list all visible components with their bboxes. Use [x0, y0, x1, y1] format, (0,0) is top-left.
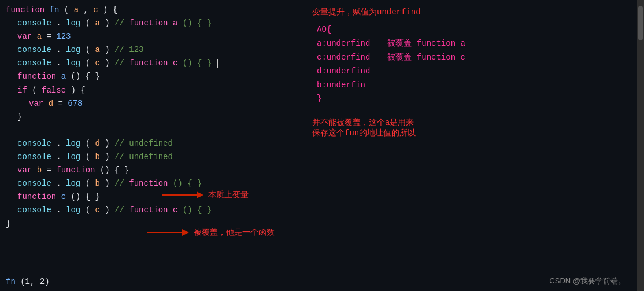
watermark: CSDN @我要学前端。 [549, 276, 626, 286]
arrow-2-head [182, 229, 189, 236]
arrow-2-label: 被覆盖，他是一个函数 [194, 227, 275, 238]
code-line-14: console . log ( b ) // function () { } [6, 177, 301, 190]
ao-line-b: b:underfin [317, 79, 630, 93]
ao-line-d: d:underfind [317, 65, 630, 79]
annotation-middle-line1: 并不能被覆盖，这个a是用来 [312, 117, 630, 128]
bottom-code-text: fn (1, 2) [6, 277, 50, 286]
arrow-1-head [197, 191, 203, 198]
code-line-8: var d = 678 [6, 97, 301, 110]
annotation-top: 变量提升，赋值为underfind [312, 6, 630, 19]
scrollbar[interactable] [637, 0, 644, 291]
code-line-7: if ( false ) { [6, 84, 301, 97]
code-line-12: console . log ( b ) // undefined [6, 150, 301, 164]
code-line-5: console . log ( c ) // function c () { } [6, 57, 301, 70]
code-line-10 [6, 124, 301, 137]
ao-header: AO{ [317, 23, 630, 37]
annotation-middle-line2: 保存这个fun的地址值的所以 [312, 128, 630, 138]
code-panel: function fn ( a , c ) { console . log ( … [0, 0, 306, 291]
text-cursor [217, 59, 218, 68]
code-line-11: console . log ( d ) // undefined [6, 137, 301, 150]
ao-line-close: } [317, 92, 630, 106]
arrow-1: 本质上变量 [162, 190, 335, 200]
annotation-panel: 变量提升，赋值为underfind AO{ a:underfind 被覆盖 fu… [306, 0, 636, 291]
scrollbar-thumb[interactable] [638, 6, 643, 40]
code-line-2: console . log ( a ) // function a () { } [6, 17, 301, 30]
arrow-2-line [147, 232, 182, 233]
code-line-1: function fn ( a , c ) { [6, 3, 301, 17]
code-editor: function fn ( a , c ) { console . log ( … [0, 0, 637, 291]
keyword-function: function [6, 5, 45, 14]
arrow-2: 被覆盖，他是一个函数 [147, 227, 332, 238]
annotation-middle: 并不能被覆盖，这个a是用来 保存这个fun的地址值的所以 [312, 117, 630, 138]
bottom-bar: fn (1, 2) CSDN @我要学前端。 [0, 272, 637, 291]
arrow-1-line [162, 194, 197, 196]
code-line-9: } [6, 110, 301, 124]
code-line-3: var a = 123 [6, 30, 301, 43]
code-line-16: console . log ( c ) // function c () { } [6, 204, 301, 217]
arrow-1-label: 本质上变量 [208, 190, 249, 200]
code-line-6: function a () { } [6, 70, 301, 83]
ao-block: AO{ a:underfind 被覆盖 function a c:underfi… [312, 23, 630, 106]
code-line-13: var b = function () { } [6, 164, 301, 177]
annotation-top-text: 变量提升，赋值为underfind [312, 8, 421, 17]
ao-line-c: c:underfind 被覆盖 function c [317, 51, 630, 65]
ao-line-a: a:underfind 被覆盖 function a [317, 37, 630, 51]
code-line-4: console . log ( a ) // 123 [6, 43, 301, 57]
